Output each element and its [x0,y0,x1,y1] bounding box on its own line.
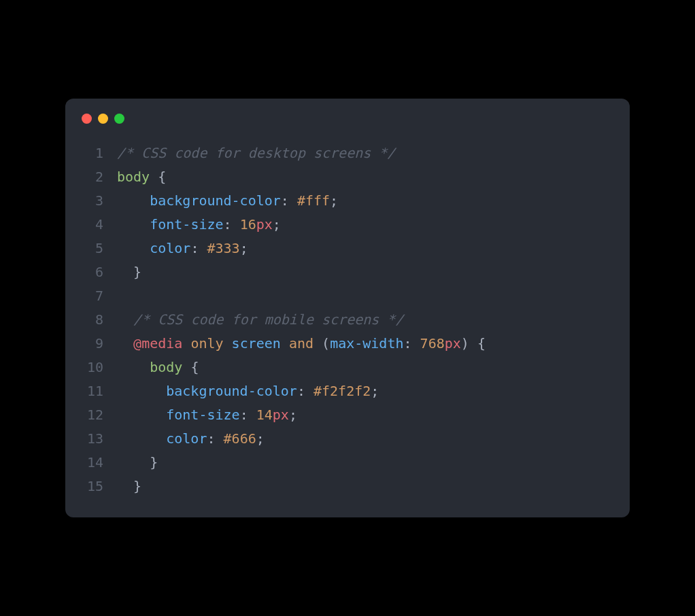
line-content: /* CSS code for desktop screens */ [117,141,395,165]
code-line: 1/* CSS code for desktop screens */ [82,141,613,165]
token-unit: px [256,216,273,233]
token-punct: ; [330,192,338,209]
token-atrule: @media [133,335,182,352]
token-number: 14 [256,407,273,423]
line-number: 11 [82,379,103,403]
line-number: 1 [82,141,103,165]
token-value: #666 [224,430,256,447]
token-mediakw: only [190,335,223,352]
line-number: 14 [82,451,103,475]
token-property: color [166,430,207,447]
line-content: body { [117,356,199,379]
code-line: 12 font-size: 14px; [82,403,613,427]
token-brace: } [150,454,158,470]
token-comment: /* CSS code for mobile screens */ [133,311,403,328]
line-number: 12 [82,403,103,427]
line-content: color: #666; [117,427,265,451]
line-content: } [117,451,158,475]
line-number: 5 [82,237,103,260]
code-editor-window: 1/* CSS code for desktop screens */2body… [65,99,630,517]
token-value: #fff [297,192,330,209]
code-line: 3 background-color: #fff; [82,189,613,213]
line-number: 4 [82,213,103,237]
token-punct: : [240,407,248,423]
line-number: 2 [82,165,103,189]
minimize-icon[interactable] [98,114,108,124]
token-punct: : [297,383,305,399]
token-mediakw: and [289,335,313,352]
token-mediafeat: screen [232,335,281,352]
token-property: font-size [150,216,223,233]
code-line: 13 color: #666; [82,427,613,451]
token-selector: body [117,169,150,185]
token-unit: px [445,335,461,352]
code-line: 14 } [82,451,613,475]
line-number: 3 [82,189,103,213]
token-punct: ; [371,383,379,399]
line-content: @media only screen and (max-width: 768px… [117,332,486,356]
token-punct: : [207,430,215,447]
line-content: body { [117,165,166,189]
token-number: 16 [240,216,256,233]
window-titlebar [65,99,630,129]
close-icon[interactable] [82,114,92,124]
token-brace: } [133,478,141,494]
line-number: 6 [82,260,103,284]
token-brace: { [158,169,166,185]
code-line: 2body { [82,165,613,189]
token-property: background-color [150,192,281,209]
line-content: background-color: #fff; [117,189,338,213]
line-content: } [117,475,141,498]
token-paren: ) [461,335,469,352]
line-number: 13 [82,427,103,451]
token-value: #333 [207,240,239,256]
code-line: 9 @media only screen and (max-width: 768… [82,332,613,356]
code-line: 4 font-size: 16px; [82,213,613,237]
line-content: /* CSS code for mobile screens */ [117,308,403,332]
token-punct: : [224,216,232,233]
line-content: color: #333; [117,237,248,260]
line-number: 8 [82,308,103,332]
line-number: 15 [82,475,103,498]
token-punct: : [190,240,199,256]
token-property: background-color [166,383,297,399]
code-line: 11 background-color: #f2f2f2; [82,379,613,403]
code-line: 15 } [82,475,613,498]
token-punct: : [404,335,412,352]
token-punct: ; [240,240,248,256]
token-brace: { [477,335,486,352]
token-mediafeat: max-width [330,335,403,352]
token-punct: ; [273,216,281,233]
code-line: 5 color: #333; [82,237,613,260]
token-property: color [150,240,190,256]
token-property: font-size [166,407,239,423]
code-line: 10 body { [82,356,613,379]
line-number: 10 [82,356,103,379]
line-content [117,284,125,308]
token-paren: ( [322,335,330,352]
token-punct: ; [289,407,297,423]
token-unit: px [273,407,289,423]
line-content: } [117,260,141,284]
line-content: font-size: 16px; [117,213,281,237]
token-number: 768 [420,335,445,352]
maximize-icon[interactable] [114,114,124,124]
code-line: 8 /* CSS code for mobile screens */ [82,308,613,332]
token-selector: body [150,359,182,375]
code-content[interactable]: 1/* CSS code for desktop screens */2body… [65,129,630,517]
line-number: 9 [82,332,103,356]
line-number: 7 [82,284,103,308]
code-line: 7 [82,284,613,308]
code-line: 6 } [82,260,613,284]
token-comment: /* CSS code for desktop screens */ [117,145,395,161]
token-punct: ; [256,430,265,447]
token-value: #f2f2f2 [313,383,371,399]
token-punct: : [281,192,289,209]
line-content: background-color: #f2f2f2; [117,379,379,403]
token-brace: } [133,264,141,280]
line-content: font-size: 14px; [117,403,297,427]
token-brace: { [190,359,199,375]
